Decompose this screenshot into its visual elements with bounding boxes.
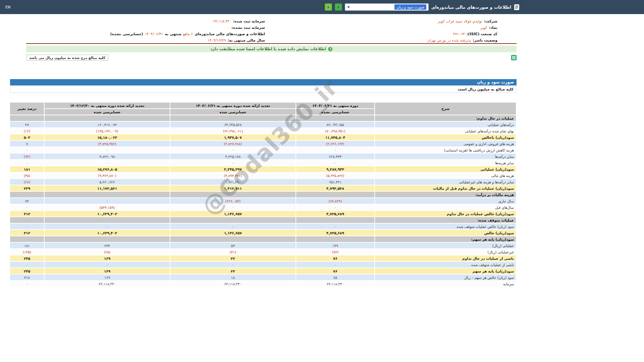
cell-value: ۱,۱۴۶,۶۵۷ xyxy=(170,211,296,217)
statement-type-dropdown[interactable]: صورت سود و زیان xyxy=(345,3,429,11)
cell-percent-change: ۰ xyxy=(10,224,44,229)
row-label: سود (زیان) خالص عملیات متوقف شده xyxy=(375,224,516,229)
excel-export-icon[interactable] xyxy=(511,55,517,60)
table-row: سایر هزینه‌ها۰۰۰۰ xyxy=(10,160,516,166)
cell-value: ۲۶۸,۳۳۳ xyxy=(296,154,374,159)
cell-value: ۰ xyxy=(45,262,170,267)
cell-value: ۱۱,۷۴۵,۸۰۴ xyxy=(296,134,374,140)
cell-percent-change: ۱۸۱ xyxy=(10,166,44,172)
cell-value xyxy=(296,236,374,242)
info-value: ۱۴۰۴/۱۲/۲۹ xyxy=(208,38,226,43)
cell-value: ۰ xyxy=(170,147,296,153)
row-label: سود(زیان) خالص عملیات در حال تداوم xyxy=(375,211,516,217)
section-row: عملیات در حال تداوم: xyxy=(10,115,516,121)
cell-percent-change: (۳۵) xyxy=(10,173,44,178)
cell-value: ۱۶۹ xyxy=(45,275,170,280)
report-icon xyxy=(514,4,520,10)
cell-value: ۴,۷۲۵,۶۸۹ xyxy=(296,230,374,236)
cell-value: ۰ xyxy=(296,262,374,267)
col-header-percent-change: درصد تغییر xyxy=(10,103,44,115)
cell-value: ۸۲,۰۴۴,۱۵۵ xyxy=(296,122,374,127)
cell-value: ۰ xyxy=(296,224,374,229)
row-label: عملیات متوقف شده: xyxy=(375,217,516,223)
topbar-inner: اطلاعات و صورت‌های مالی میاندوره‌ای صورت… xyxy=(0,0,525,14)
cell-value: ۲۲ xyxy=(170,268,296,274)
cell-value: ۱۴۹ xyxy=(296,243,374,248)
company-info-row: کد صنعت (ISIC):۲۷۱۰۶۴اطلاعات و صورت‌های … xyxy=(26,31,517,37)
col-header-description: شرح xyxy=(375,103,516,115)
cell-value: ۱,۱۴۶,۶۵۷ xyxy=(170,230,296,236)
cell-value: ۴,۲۲۵,۱۷۸ xyxy=(170,154,296,159)
row-label: سرمایه xyxy=(375,281,516,287)
info-value: کویر xyxy=(480,25,487,30)
cell-value: ۱۰,۶۳۹,۴۰۲ xyxy=(45,211,170,217)
income-statement-header: شرح دوره منتهی به ۱۴۰۴/۰۶/۳۱ تجدید ارائه… xyxy=(10,103,516,115)
row-label: سال جاری xyxy=(375,198,516,204)
section-row: هزینه مالیات بر درآمد: xyxy=(10,192,516,197)
cell-value: ۶۳,۱۱۸,۴۴۰ xyxy=(296,281,374,287)
row-label: سایر درآمدها xyxy=(375,154,516,159)
section-row: عملیات متوقف شده: xyxy=(10,217,516,223)
cell-value xyxy=(45,236,170,242)
cell-value: ۰ xyxy=(45,224,170,229)
table-row: سود (زیان) خالص هر سهم – ریال۷۵۱۸۱۶۹۳۱۷ xyxy=(10,275,516,280)
col-header-period-restated-annual: تجدید ارائه شده دوره منتهی به ۱۴۰۳/۱۲/۳۰ xyxy=(45,103,170,108)
cell-value: ۰ xyxy=(45,198,170,204)
signature-banner: i اطلاعات نمایش داده شده با اطلاعات امضا… xyxy=(26,46,517,52)
row-label: سال‌های قبل xyxy=(375,204,516,210)
info-cell-left: سرمایه ثبت نشده:۰ xyxy=(26,24,271,31)
table-row: عملیاتی (ریال)۱۴۹۵۳۲۳۴۱۸۱ xyxy=(10,243,516,248)
table-row: سود(زیان) خالص۴,۷۲۵,۶۸۹۱,۱۴۶,۶۵۷۱۰,۶۳۹,۴… xyxy=(10,230,516,236)
cell-value: (۲,۶۲۶,۱۹۳) xyxy=(296,141,374,146)
info-label: نماد: xyxy=(489,25,497,30)
table-row: سود(زیان) عملیات در حال تداوم قبل از مال… xyxy=(10,185,516,191)
topbar: اطلاعات و صورت‌های مالی میاندوره‌ای صورت… xyxy=(0,0,644,14)
cell-value: ۳,۳۴۵,۳۹۷ xyxy=(170,166,296,172)
col-subheader-audit-0: حسابرسی نشده xyxy=(296,109,374,115)
info-label: وضعیت ناشر: xyxy=(473,38,497,43)
table-row: سود(زیان) ناخالص۱۱,۷۴۵,۸۰۴۱,۹۴۷,۵۰۷۱۵,۱۸… xyxy=(10,134,516,140)
row-label: سایر درآمدها و هزینه های غیرعملیاتی xyxy=(375,179,516,185)
row-label: هزینه های مالی xyxy=(375,173,516,178)
selected-statement-type: صورت سود و زیان xyxy=(394,4,426,10)
row-label: سایر هزینه‌ها xyxy=(375,160,516,166)
cell-value: ۰ xyxy=(170,262,296,267)
cell-percent-change xyxy=(10,192,44,197)
cell-value: ۱۸ xyxy=(170,275,296,280)
cell-value: ۵۳ xyxy=(170,243,296,248)
info-label: سرمایه ثبت شده: xyxy=(233,19,265,23)
table-row: سایر درآمدها و هزینه های غیرعملیاتی۶۵۱,۴… xyxy=(10,179,516,185)
cell-value: ۱۵,۲۷۶,۸۰۵ xyxy=(45,166,170,172)
cell-value: ۱۵,۱۸۰,۰۶۳ xyxy=(45,134,170,140)
cell-value: ۰ xyxy=(296,147,374,153)
row-label: بهای تمام شده درآمدهای عملیاتی xyxy=(375,128,516,134)
table-row: سود(زیان) خالص عملیات در حال تداوم۴,۷۲۵,… xyxy=(10,211,516,217)
cell-percent-change: ۰ xyxy=(10,262,44,267)
cell-percent-change: (۶۷) xyxy=(10,179,44,185)
note-bar: کلیه مبالغ درج شده به میلیون ریال می باش… xyxy=(26,55,517,61)
signature-banner-text: اطلاعات نمایش داده شده با اطلاعات امضا ش… xyxy=(210,47,326,51)
previous-statement-button[interactable]: ‹ xyxy=(325,3,332,11)
info-label: شرکت: xyxy=(484,19,497,23)
cell-value xyxy=(45,192,170,197)
cell-value: ۹,۳۸۷,۹۴۴ xyxy=(296,166,374,172)
english-language-link[interactable]: EN xyxy=(5,5,10,9)
cell-value: (۵,۲۴۵,۸۲۷) xyxy=(296,173,374,178)
cell-value: (۱۴۵,۱۳۶,۰۰۹) xyxy=(45,128,170,134)
row-label: سود (زیان) خالص هر سهم – ریال xyxy=(375,275,516,280)
cell-value: ۱,۹۶۱,۶۹۰ xyxy=(170,179,296,185)
cell-value: ۱,۴۱۲,۷۱۱ xyxy=(170,185,296,191)
cell-percent-change xyxy=(10,236,44,242)
cell-value: ۰ xyxy=(170,160,296,166)
table-row: هزینه کاهش ارزش دریافتنی ها (هزینه استثن… xyxy=(10,147,516,153)
cell-value: ۷۶ xyxy=(296,255,374,261)
row-label: سود(زیان) عملیاتی xyxy=(375,166,516,172)
cell-value: (۳,۸۹۴,۳۷۶) xyxy=(170,173,296,178)
info-cell-right: وضعیت ناشر:پذیرفته شده در بورس تهران xyxy=(271,37,517,44)
table-row: هزینه های مالی(۵,۲۴۵,۸۲۷)(۳,۸۹۴,۳۷۶)(۹,۳… xyxy=(10,173,516,178)
company-info-body: شرکت:تولیدي فولاد سپید فراب کویرسرمایه ث… xyxy=(26,18,517,44)
next-statement-button[interactable]: › xyxy=(335,3,342,11)
table-row: سال‌های قبل۰۰(۵۳۳,۱۵۹)۰ xyxy=(10,204,516,210)
table-row: درآمدهای عملیاتی۸۲,۰۴۴,۱۵۵۶۴,۶۴۵,۵۶۸۱۶۰,… xyxy=(10,122,516,127)
cell-value: ۴,۸۲۲,۰۹۸ xyxy=(45,154,170,159)
